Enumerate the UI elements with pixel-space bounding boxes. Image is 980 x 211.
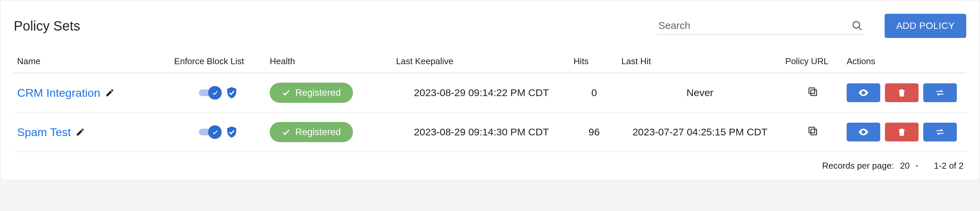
table-footer: Records per page: 20 1-2 of 2 (14, 152, 966, 173)
col-header-lasthit: Last Hit (618, 50, 782, 73)
enforce-toggle[interactable] (199, 125, 220, 139)
table-row: Spam Test (14, 113, 966, 152)
lasthit-value: 2023-07-27 04:25:15 PM CDT (618, 113, 782, 152)
per-page-label: Records per page: (822, 161, 894, 171)
svg-rect-5 (811, 129, 816, 135)
policy-table: Name Enforce Block List Health Last Keep… (14, 50, 966, 152)
health-label: Registered (295, 127, 340, 137)
chevron-down-icon (913, 162, 921, 169)
search-field[interactable] (656, 17, 864, 35)
pencil-icon[interactable] (76, 127, 85, 137)
copy-icon[interactable] (807, 86, 818, 98)
trash-icon (897, 88, 907, 98)
health-chip: Registered (270, 122, 353, 142)
swap-button[interactable] (923, 123, 957, 141)
pagination-range: 1-2 of 2 (934, 161, 964, 171)
policy-name-link[interactable]: Spam Test (17, 126, 71, 139)
eye-icon (858, 87, 869, 98)
search-icon[interactable] (851, 19, 863, 32)
add-policy-button[interactable]: ADD POLICY (885, 14, 966, 38)
col-header-url: Policy URL (782, 50, 843, 73)
col-header-hits: Hits (570, 50, 618, 73)
view-button[interactable] (847, 83, 880, 102)
svg-line-1 (859, 27, 862, 30)
swap-icon (935, 127, 945, 137)
header: Policy Sets ADD POLICY (14, 14, 966, 38)
pencil-icon[interactable] (105, 88, 115, 98)
svg-rect-2 (811, 90, 816, 96)
page-title: Policy Sets (14, 19, 80, 34)
copy-icon[interactable] (807, 125, 818, 137)
shield-check-icon (225, 125, 239, 139)
keepalive-value: 2023-08-29 09:14:22 PM CDT (393, 73, 570, 113)
shield-check-icon (225, 86, 239, 99)
hits-value: 96 (570, 113, 618, 152)
view-button[interactable] (847, 123, 880, 141)
hits-value: 0 (570, 73, 618, 113)
enforce-toggle[interactable] (199, 86, 220, 99)
lasthit-value: Never (618, 73, 782, 113)
policy-name-link[interactable]: CRM Integration (17, 86, 100, 99)
svg-point-4 (862, 92, 864, 94)
svg-rect-3 (809, 88, 815, 93)
eye-icon (858, 126, 869, 138)
check-icon (282, 128, 291, 136)
col-header-health: Health (266, 50, 393, 73)
delete-button[interactable] (885, 123, 918, 141)
per-page-select[interactable]: 20 (900, 161, 921, 171)
health-chip: Registered (270, 83, 353, 103)
health-label: Registered (295, 87, 340, 98)
svg-rect-6 (809, 127, 815, 133)
col-header-actions: Actions (843, 50, 966, 73)
search-input[interactable] (658, 19, 851, 32)
keepalive-value: 2023-08-29 09:14:30 PM CDT (393, 113, 570, 152)
swap-button[interactable] (923, 83, 957, 102)
trash-icon (897, 127, 907, 137)
per-page-value: 20 (900, 161, 910, 171)
policy-sets-card: Policy Sets ADD POLICY Name Enforce Bloc… (0, 0, 980, 180)
col-header-keepalive: Last Keepalive (393, 50, 570, 73)
svg-point-7 (862, 131, 864, 133)
check-icon (282, 88, 291, 97)
col-header-name: Name (14, 50, 171, 73)
col-header-enforce: Enforce Block List (171, 50, 267, 73)
svg-point-0 (853, 21, 860, 28)
swap-icon (935, 87, 945, 98)
table-row: CRM Integration (14, 73, 966, 113)
delete-button[interactable] (885, 83, 918, 102)
